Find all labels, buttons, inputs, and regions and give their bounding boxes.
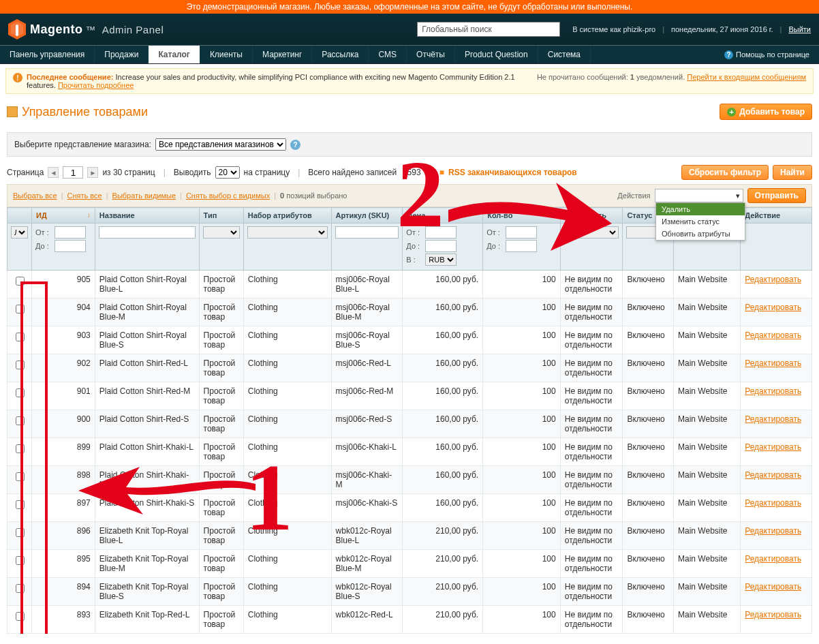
filter-massaction-select[interactable]: Любое — [11, 226, 28, 239]
mass-action-option[interactable]: Обновить атрибуты — [656, 228, 745, 240]
deselect-visible-link[interactable]: Снять выбор с видимых — [186, 191, 270, 200]
col-header-type[interactable]: Тип — [199, 208, 243, 224]
select-all-link[interactable]: Выбрать все — [13, 191, 57, 200]
next-page-button[interactable]: ► — [87, 167, 98, 178]
table-row[interactable]: 904Plaid Cotton Shirt-Royal Blue-MПросто… — [7, 298, 812, 326]
cell-sku: msj006c-Khaki-S — [331, 494, 403, 522]
row-checkbox[interactable] — [16, 277, 25, 286]
table-row[interactable]: 898Plaid Cotton Shirt-Khaki-MПростой тов… — [7, 466, 812, 494]
col-header-sku[interactable]: Артикул (SKU) — [331, 208, 403, 224]
help-tooltip-icon[interactable]: ? — [290, 140, 300, 150]
filter-currency[interactable]: RUB — [425, 254, 457, 266]
row-checkbox[interactable] — [16, 500, 25, 509]
notif-inbox-link[interactable]: Перейти к входящим сообщениям — [687, 73, 806, 81]
table-row[interactable]: 895Elizabeth Knit Top-Royal Blue-MПросто… — [7, 550, 812, 578]
logo[interactable]: Magento™ Admin Panel — [8, 19, 164, 40]
table-row[interactable]: 905Plaid Cotton Shirt-Royal Blue-LПросто… — [7, 271, 812, 298]
cell-qty: 100 — [483, 382, 561, 410]
nav-item-8[interactable]: Product Question — [455, 46, 538, 63]
row-checkbox[interactable] — [16, 361, 25, 369]
filter-sku[interactable] — [335, 226, 399, 239]
row-checkbox[interactable] — [16, 305, 25, 313]
nav-item-7[interactable]: Отчёты — [407, 46, 455, 63]
edit-link[interactable]: Редактировать — [745, 303, 801, 312]
reset-filter-button[interactable]: Сбросить фильтр — [681, 165, 769, 180]
row-checkbox[interactable] — [16, 333, 25, 341]
table-row[interactable]: 897Plaid Cotton Shirt-Khaki-SПростой тов… — [7, 494, 812, 522]
filter-attrset[interactable] — [247, 226, 328, 239]
edit-link[interactable]: Редактировать — [745, 358, 801, 368]
table-row[interactable]: 901Plaid Cotton Shirt-Red-MПростой товар… — [7, 382, 812, 410]
edit-link[interactable]: Редактировать — [745, 582, 801, 592]
table-row[interactable]: 902Plaid Cotton Shirt-Red-LПростой товар… — [7, 354, 812, 382]
col-header-visibility[interactable]: Видимость — [560, 208, 623, 224]
filter-type[interactable] — [203, 226, 240, 239]
mass-action-select[interactable]: ▾ — [655, 189, 743, 202]
rss-low-stock-link[interactable]: RSS заканчивающихся товаров — [448, 168, 577, 177]
nav-item-6[interactable]: CMS — [369, 46, 407, 63]
table-row[interactable]: 903Plaid Cotton Shirt-Royal Blue-SПросто… — [7, 326, 812, 354]
row-checkbox[interactable] — [16, 528, 25, 537]
table-row[interactable]: 899Plaid Cotton Shirt-Khaki-LПростой тов… — [7, 438, 812, 466]
cell-visibility: Не видим по отдельности — [560, 271, 623, 298]
deselect-all-link[interactable]: Снять все — [67, 191, 102, 200]
notif-readmore-link[interactable]: Прочитать подробнее — [58, 81, 134, 89]
logout-link[interactable]: Выйти — [788, 25, 811, 33]
edit-link[interactable]: Редактировать — [745, 554, 801, 564]
edit-link[interactable]: Редактировать — [745, 275, 801, 284]
storeview-select[interactable]: Все представления магазинов — [155, 138, 286, 151]
edit-link[interactable]: Редактировать — [745, 610, 801, 619]
search-button[interactable]: Найти — [773, 165, 812, 180]
nav-item-5[interactable]: Рассылка — [312, 46, 369, 63]
prev-page-button[interactable]: ◄ — [48, 167, 59, 178]
nav-item-2[interactable]: Каталог — [149, 46, 200, 63]
table-row[interactable]: 894Elizabeth Knit Top-Royal Blue-SПросто… — [7, 578, 812, 606]
filter-visibility[interactable] — [564, 226, 619, 239]
edit-link[interactable]: Редактировать — [745, 526, 801, 536]
edit-link[interactable]: Редактировать — [745, 331, 801, 340]
nav-item-3[interactable]: Клиенты — [200, 46, 253, 63]
filter-qty-from[interactable] — [506, 226, 537, 239]
row-checkbox[interactable] — [16, 472, 25, 481]
add-product-button[interactable]: + Добавить товар — [720, 104, 812, 120]
mass-action-submit-button[interactable]: Отправить — [747, 188, 806, 203]
nav-help[interactable]: ? Помощь по странице — [715, 46, 819, 63]
table-row[interactable]: 896Elizabeth Knit Top-Royal Blue-LПросто… — [7, 522, 812, 550]
nav-item-9[interactable]: Система — [538, 46, 591, 63]
edit-link[interactable]: Редактировать — [745, 498, 801, 508]
row-checkbox[interactable] — [16, 416, 25, 425]
edit-link[interactable]: Редактировать — [745, 470, 801, 480]
filter-qty-to[interactable] — [506, 240, 537, 252]
col-header-qty[interactable]: Кол-во — [483, 208, 561, 224]
edit-link[interactable]: Редактировать — [745, 414, 801, 424]
mass-action-dropdown[interactable]: УдалитьИзменить статусОбновить атрибуты — [655, 202, 745, 241]
col-header-name[interactable]: Название — [95, 208, 199, 224]
row-checkbox[interactable] — [16, 556, 25, 565]
filter-id-to[interactable] — [55, 240, 86, 252]
col-header-attrset[interactable]: Набор атрибутов — [243, 208, 331, 224]
row-checkbox[interactable] — [16, 612, 25, 621]
filter-price-to[interactable] — [425, 240, 457, 252]
edit-link[interactable]: Редактировать — [745, 442, 801, 452]
filter-price-from[interactable] — [425, 226, 457, 239]
nav-item-0[interactable]: Панель управления — [0, 46, 95, 63]
mass-action-option[interactable]: Изменить статус — [656, 215, 745, 228]
edit-link[interactable]: Редактировать — [745, 386, 801, 396]
filter-name[interactable] — [99, 226, 196, 239]
cell-qty: 100 — [483, 410, 561, 438]
table-row[interactable]: 893Elizabeth Knit Top-Red-LПростой товар… — [7, 606, 812, 634]
col-header-id[interactable]: ИД↓ — [32, 208, 95, 224]
page-size-select[interactable]: 20 — [215, 166, 240, 179]
row-checkbox[interactable] — [16, 584, 25, 593]
row-checkbox[interactable] — [16, 444, 25, 453]
table-row[interactable]: 900Plaid Cotton Shirt-Red-SПростой товар… — [7, 410, 812, 438]
filter-id-from[interactable] — [55, 226, 86, 239]
mass-action-option[interactable]: Удалить — [656, 203, 745, 215]
nav-item-1[interactable]: Продажи — [95, 46, 149, 63]
col-header-price[interactable]: Цена — [403, 208, 483, 224]
page-number-input[interactable] — [63, 166, 83, 179]
nav-item-4[interactable]: Маркетинг — [253, 46, 312, 63]
select-visible-link[interactable]: Выбрать видимые — [112, 191, 176, 200]
global-search-input[interactable] — [417, 22, 560, 37]
row-checkbox[interactable] — [16, 388, 25, 397]
